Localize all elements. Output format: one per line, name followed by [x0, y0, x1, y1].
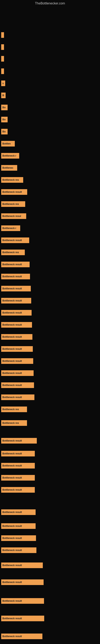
bottleneck-bar-36: Bottleneck result — [1, 463, 35, 468]
bar-label-33: Bottleneck res — [2, 422, 19, 424]
bar-label-44: Bottleneck result — [2, 581, 22, 584]
bottleneck-bar-47: Bottleneck result — [1, 634, 42, 639]
bar-label-26: Bottleneck result — [2, 336, 22, 338]
bottleneck-bar-40: Bottleneck result — [1, 523, 36, 529]
bar-label-5: s — [2, 82, 4, 85]
bottleneck-bar-13: Bottleneck res — [1, 177, 23, 183]
bar-label-17: Bottleneck r — [2, 227, 16, 230]
bottleneck-bar-42: Bottleneck result — [1, 548, 36, 553]
bar-label-9: Bo — [2, 130, 6, 133]
bar-label-23: Bottleneck result — [2, 299, 22, 302]
bar-label-38: Bottleneck result — [2, 488, 22, 491]
bottleneck-bar-38: Bottleneck result — [1, 487, 35, 493]
bottleneck-bar-15: Bottleneck res — [1, 201, 25, 207]
bottleneck-bar-31: Bottleneck result — [1, 394, 34, 400]
bottleneck-bar-39: Bottleneck result — [1, 509, 36, 515]
bottleneck-bar-23: Bottleneck result — [1, 298, 31, 304]
bar-label-20: Bottleneck result — [2, 263, 22, 266]
bar-label-19: Bottleneck res — [2, 251, 19, 254]
bar-label-12: Bottlenec — [2, 166, 13, 169]
bottleneck-bar-34: Bottleneck result — [1, 438, 37, 444]
bottleneck-bar-11: Bottleneck r — [1, 153, 19, 158]
bottleneck-bar-9: Bo — [1, 129, 8, 134]
bar-label-43: Bottleneck result — [2, 564, 22, 567]
bar-label-46: Bottleneck result — [2, 617, 22, 620]
bar-label-21: Bottleneck result — [2, 275, 22, 278]
bar-label-6: B — [2, 94, 4, 97]
bar-label-45: Bottleneck result — [2, 600, 22, 602]
bar-label-37: Bottleneck result — [2, 476, 22, 479]
bottleneck-bar-33: Bottleneck res — [1, 420, 27, 426]
bar-label-47: Bottleneck result — [2, 635, 22, 638]
bar-label-30: Bottleneck result — [2, 384, 22, 386]
bottleneck-bar-7: Bo — [1, 105, 8, 110]
bottleneck-bar-29: Bottleneck result — [1, 370, 34, 376]
bottleneck-bar-17: Bottleneck r — [1, 226, 20, 231]
bar-label-24: Bottleneck result — [2, 311, 22, 314]
bottleneck-bar-21: Bottleneck result — [1, 274, 30, 279]
bottleneck-bar-45: Bottleneck result — [1, 598, 44, 604]
bottleneck-bar-25: Bottleneck result — [1, 322, 32, 328]
bottleneck-bar-37: Bottleneck result — [1, 475, 35, 480]
bottleneck-bar-32: Bottleneck res — [1, 406, 27, 412]
bar-label-10: Bottlen — [2, 142, 11, 145]
bar-label-31: Bottleneck result — [2, 396, 22, 399]
bar-label-18: Bottleneck result — [2, 239, 22, 242]
bottleneck-bar-10: Bottlen — [1, 141, 15, 146]
bottleneck-bar-12: Bottlenec — [1, 165, 17, 171]
bottleneck-bar-6: B — [1, 92, 6, 98]
bar-label-40: Bottleneck result — [2, 525, 22, 528]
bottleneck-bar-5: s — [1, 80, 5, 86]
bar-label-27: Bottleneck result — [2, 348, 22, 350]
bottleneck-bar-30: Bottleneck result — [1, 382, 34, 388]
bottleneck-bar-44: Bottleneck result — [1, 580, 44, 585]
bar-label-28: Bottleneck result — [2, 360, 22, 362]
bar-label-13: Bottleneck res — [2, 178, 19, 181]
bottleneck-bar-43: Bottleneck result — [1, 562, 43, 568]
bottleneck-bar-8: Bo — [1, 117, 8, 122]
bottleneck-bar-28: Bottleneck result — [1, 358, 33, 364]
bottleneck-bar-19: Bottleneck res — [1, 250, 25, 255]
bar-label-34: Bottleneck result — [2, 439, 22, 442]
bar-label-11: Bottleneck r — [2, 154, 16, 157]
bottleneck-bar-20: Bottleneck result — [1, 262, 30, 267]
bar-label-25: Bottleneck result — [2, 324, 22, 326]
bottleneck-bar-27: Bottleneck result — [1, 346, 33, 352]
bottleneck-bar-2 — [1, 44, 4, 50]
bar-label-15: Bottleneck res — [2, 203, 19, 206]
bar-label-16: Bottleneck resul — [2, 215, 21, 218]
bar-label-8: Bo — [2, 118, 6, 121]
bottleneck-bar-46: Bottleneck result — [1, 616, 44, 621]
bottleneck-bar-18: Bottleneck result — [1, 238, 29, 243]
bottleneck-bar-24: Bottleneck result — [1, 310, 32, 316]
bottleneck-bar-3 — [1, 56, 4, 62]
bottleneck-bar-14: Bottleneck result — [1, 189, 27, 195]
bar-label-22: Bottleneck result — [2, 287, 22, 290]
bottleneck-bar-26: Bottleneck result — [1, 334, 32, 340]
bottleneck-bar-35: Bottleneck result — [1, 451, 35, 456]
bar-label-14: Bottleneck result — [2, 190, 22, 194]
bottleneck-bar-1 — [1, 32, 4, 38]
bottleneck-bar-4 — [1, 68, 4, 74]
bottleneck-bar-22: Bottleneck result — [1, 286, 31, 292]
bar-label-42: Bottleneck result — [2, 549, 22, 552]
bar-label-32: Bottleneck res — [2, 408, 19, 411]
bottleneck-bar-16: Bottleneck resul — [1, 213, 26, 219]
bottleneck-bar-41: Bottleneck result — [1, 535, 36, 541]
bar-label-41: Bottleneck result — [2, 537, 22, 540]
bar-label-39: Bottleneck result — [2, 511, 22, 514]
bar-label-7: Bo — [2, 106, 6, 109]
bar-label-29: Bottleneck result — [2, 372, 22, 374]
bar-label-35: Bottleneck result — [2, 452, 22, 455]
bar-label-36: Bottleneck result — [2, 464, 22, 467]
